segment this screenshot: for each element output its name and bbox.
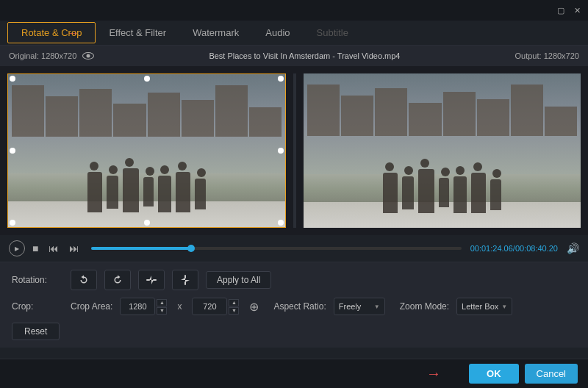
crop-height-down[interactable]: ▼ [229,307,239,315]
move-icon: ⊕ [249,300,259,314]
svg-marker-7 [185,280,190,282]
crop-corner-br[interactable] [278,220,284,226]
crop-corner-tl[interactable] [10,76,15,82]
crop-height-group: ▲ ▼ [192,298,239,315]
preview-right [304,73,581,228]
people-overlay-r [304,73,581,228]
volume-icon[interactable]: 🔊 [567,242,579,254]
original-resolution: Original: 1280x720 [9,51,76,60]
crop-width-group: ▲ ▼ [120,298,167,315]
tab-subtitle: Subtitle [304,23,362,43]
apply-to-all-button[interactable]: Apply to All [206,271,271,289]
crop-area-label: Crop Area: [71,301,112,312]
video-info-bar: Original: 1280x720 Best Places to Visit … [0,46,588,66]
aspect-ratio-select[interactable]: Freely ▼ [334,298,385,315]
tab-audio[interactable]: Audio [252,23,303,43]
output-resolution: Output: 1280x720 [515,51,579,60]
zoom-mode-label: Zoom Mode: [400,301,449,312]
ok-button[interactable]: OK [469,364,519,384]
people-overlay [8,74,285,227]
play-button[interactable]: ▶ [9,240,25,256]
close-button[interactable]: ✕ [572,5,582,15]
crop-height-input[interactable] [192,298,227,315]
eye-icon[interactable] [82,52,94,60]
crop-row: Crop: Crop Area: ▲ ▼ x ▲ ▼ ⊕ Aspect Rati… [12,298,576,315]
flip-horizontal-button[interactable] [138,270,165,290]
progress-track[interactable] [91,247,461,250]
progress-fill [91,247,191,250]
video-thumb-left [8,74,285,227]
crop-label: Crop: [12,301,63,312]
rotation-row: Rotation: [12,270,576,290]
crop-corner-tm[interactable] [144,76,150,82]
time-display: 00:01:24.06/00:08:40.20 [470,244,558,253]
next-frame-button[interactable]: ⏭ [66,241,82,256]
svg-marker-3 [151,280,154,284]
preview-separator [293,73,296,228]
prev-frame-button[interactable]: ⏮ [46,241,62,256]
video-thumb-right [304,73,581,228]
crop-corner-ml[interactable] [10,148,15,154]
bottom-bar: → OK Cancel [0,359,588,388]
crop-corner-bm[interactable] [144,220,150,226]
crop-height-up[interactable]: ▲ [229,299,239,306]
aspect-ratio-arrow: ▼ [374,303,380,310]
rotate-left-button[interactable] [71,270,97,290]
tab-rotate-crop[interactable]: Rotate & Crop [7,22,96,43]
x-separator: x [177,301,182,312]
rotation-label: Rotation: [12,275,63,285]
crop-corner-tr[interactable] [278,76,284,82]
stop-button[interactable]: ■ [29,241,41,256]
tab-effect-filter[interactable]: Effect & Filter [96,23,179,43]
crop-width-up[interactable]: ▲ [157,299,167,306]
preview-left [7,73,286,228]
tab-bar: → Rotate & Crop Effect & Filter Watermar… [0,21,588,46]
minimize-button[interactable]: ▢ [556,5,566,15]
progress-thumb[interactable] [187,245,195,252]
title-bar: ▢ ✕ [0,0,588,21]
preview-area [0,66,588,235]
aspect-ratio-label: Aspect Ratio: [273,301,326,312]
reset-button[interactable]: Reset [12,323,60,340]
bottom-arrow-indicator: → [426,365,441,382]
rotate-right-button[interactable] [104,270,131,290]
crop-height-spinners: ▲ ▼ [229,299,239,315]
zoom-mode-select[interactable]: Letter Box ▼ [456,298,512,315]
svg-marker-6 [181,278,185,280]
playback-bar: ▶ ■ ⏮ ⏭ 00:01:24.06/00:08:40.20 🔊 [0,235,588,262]
crop-corner-bl[interactable] [10,220,15,226]
svg-marker-2 [149,276,151,280]
reset-row: Reset [12,323,576,340]
tab-watermark[interactable]: Watermark [179,23,252,43]
video-filename: Best Places to Visit In Amsterdam - Trav… [209,51,400,60]
zoom-mode-arrow: ▼ [501,303,507,310]
crop-width-down[interactable]: ▼ [157,307,167,315]
crop-width-input[interactable] [120,298,155,315]
controls-area: Rotation: [0,262,588,348]
cancel-button[interactable]: Cancel [525,364,578,384]
crop-width-spinners: ▲ ▼ [157,299,167,315]
crop-corner-mr[interactable] [278,148,284,154]
flip-vertical-button[interactable] [172,270,198,290]
